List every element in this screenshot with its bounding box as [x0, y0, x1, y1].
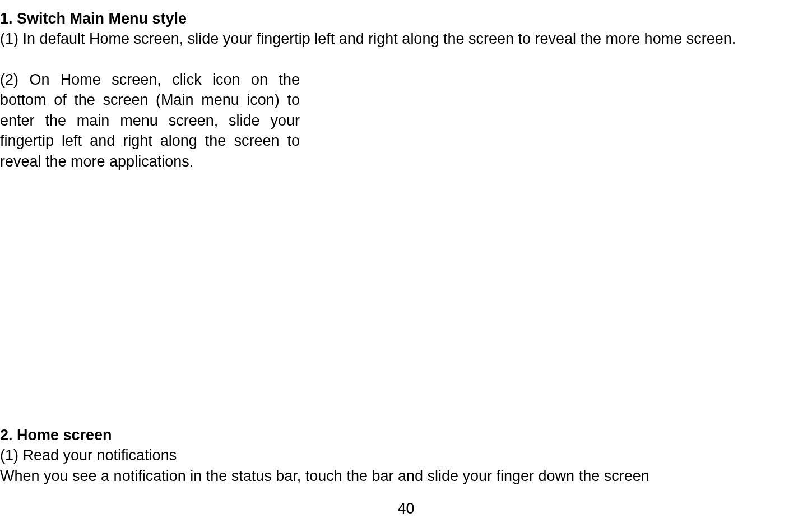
section1-para1: (1) In default Home screen, slide your f… — [0, 29, 812, 49]
section1-para2-line4: fingertip left and right along the scree… — [0, 131, 300, 151]
section-heading-1: 1. Switch Main Menu style — [0, 8, 812, 29]
section-heading-2: 2. Home screen — [0, 425, 812, 445]
section1-para2-line3: enter the main menu screen, slide your — [0, 110, 300, 131]
section2-para2: When you see a notification in the statu… — [0, 466, 812, 486]
section1-para2-line2: bottom of the screen (Main menu icon) to — [0, 90, 300, 110]
page-number: 40 — [0, 498, 812, 519]
section1-para2-line5: reveal the more applications. — [0, 151, 300, 172]
section1-para2-line1: (2) On Home screen, click icon on the — [0, 70, 300, 90]
section2-para1: (1) Read your notifications — [0, 445, 812, 465]
